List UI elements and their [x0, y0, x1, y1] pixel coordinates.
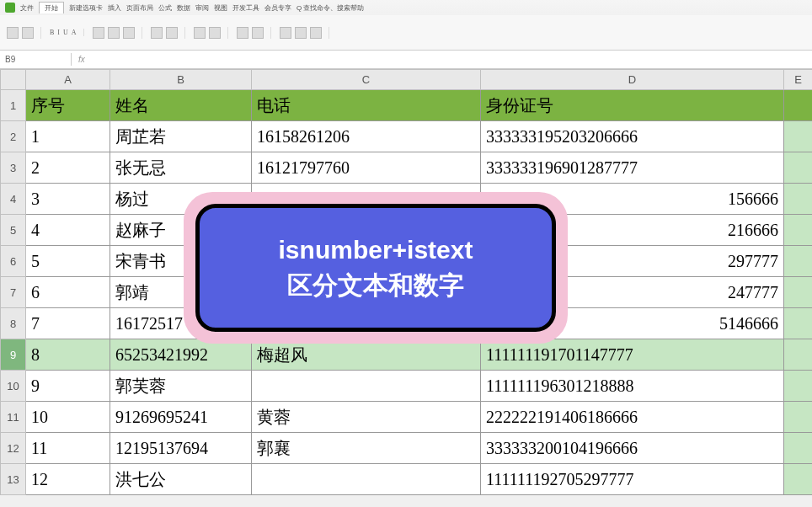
currency-icon[interactable] [209, 27, 221, 39]
row-header[interactable]: 5 [1, 215, 26, 246]
cell-c[interactable]: 16158261206 [252, 121, 481, 152]
tab-view[interactable]: 视图 [214, 3, 227, 13]
cell-a[interactable]: 3 [26, 184, 110, 215]
cell-b[interactable]: 12195137694 [110, 433, 252, 464]
cell-b[interactable]: 姓名 [110, 90, 252, 121]
cell-c[interactable]: 郭襄 [252, 433, 481, 464]
cell-a[interactable]: 7 [26, 308, 110, 339]
bold-button[interactable]: B [50, 29, 54, 36]
cell-e[interactable] [784, 339, 813, 371]
cell-d[interactable]: 111111191701147777 [481, 339, 784, 371]
cell-e[interactable] [784, 371, 813, 402]
cell-c[interactable]: 黄蓉 [252, 402, 481, 433]
cell-a[interactable]: 1 [26, 121, 110, 152]
cell-d[interactable]: 333333196901287777 [481, 152, 784, 184]
col-header-a[interactable]: A [26, 70, 110, 90]
cell-c[interactable]: 电话 [252, 90, 481, 121]
tab-data[interactable]: 数据 [177, 3, 190, 13]
cell-d[interactable]: 222222191406186666 [481, 402, 784, 433]
cell-e[interactable] [784, 464, 813, 495]
row-header[interactable]: 1 [1, 90, 26, 121]
align-left-icon[interactable] [93, 27, 104, 39]
cell-e[interactable] [784, 121, 813, 152]
cut-icon[interactable] [22, 27, 34, 39]
cell-c[interactable] [252, 464, 481, 495]
cell-b[interactable]: 郭芙蓉 [110, 371, 252, 402]
fx-icon[interactable]: fx [72, 55, 92, 64]
cell-d[interactable]: 111111192705297777 [481, 464, 784, 495]
col-header-e[interactable]: E [784, 70, 813, 90]
tab-file[interactable]: 文件 [20, 3, 34, 13]
cell-e[interactable] [784, 152, 813, 184]
table-fmt-icon[interactable] [252, 27, 264, 39]
col-header-c[interactable]: C [252, 70, 481, 90]
font-color-button[interactable]: A [72, 29, 77, 36]
col-header-b[interactable]: B [110, 70, 252, 90]
tab-insert[interactable]: 插入 [108, 3, 121, 13]
cell-d[interactable]: 身份证号 [481, 90, 784, 121]
cell-b[interactable]: 65253421992 [110, 339, 252, 371]
cell-e[interactable] [784, 277, 813, 308]
cell-e[interactable] [784, 308, 813, 339]
tab-new[interactable]: 新建选项卡 [69, 3, 103, 13]
cell-c[interactable] [252, 371, 481, 402]
sort-icon[interactable] [295, 27, 307, 39]
row-header[interactable]: 2 [1, 121, 26, 152]
cell-e[interactable] [784, 402, 813, 433]
name-box[interactable]: B9 [0, 53, 72, 66]
align-center-icon[interactable] [108, 27, 120, 39]
cell-d[interactable]: 333333200104196666 [481, 433, 784, 464]
cell-e[interactable] [784, 90, 813, 121]
cell-c[interactable]: 梅超风 [252, 339, 481, 371]
row-header[interactable]: 9 [1, 339, 26, 371]
wrap-icon[interactable] [166, 27, 178, 39]
tab-layout[interactable]: 页面布局 [126, 3, 153, 13]
tab-dev[interactable]: 开发工具 [232, 3, 259, 13]
cell-a[interactable]: 2 [26, 152, 110, 184]
sum-icon[interactable] [280, 27, 291, 39]
cell-a[interactable]: 6 [26, 277, 110, 308]
row-header[interactable]: 4 [1, 184, 26, 215]
filter-icon[interactable] [310, 27, 322, 39]
cell-b[interactable]: 张无忌 [110, 152, 252, 184]
cell-d[interactable]: 111111196301218888 [481, 371, 784, 402]
cell-c[interactable]: 16121797760 [252, 152, 481, 184]
merge-icon[interactable] [151, 27, 163, 39]
cell-e[interactable] [784, 184, 813, 215]
tab-vip[interactable]: 会员专享 [264, 3, 291, 13]
cell-a[interactable]: 10 [26, 402, 110, 433]
row-header[interactable]: 6 [1, 246, 26, 277]
row-header[interactable]: 3 [1, 152, 26, 184]
align-right-icon[interactable] [123, 27, 135, 39]
col-header-d[interactable]: D [481, 70, 784, 90]
row-header[interactable]: 8 [1, 308, 26, 339]
cell-e[interactable] [784, 215, 813, 246]
tab-home[interactable]: 开始 [39, 2, 64, 13]
underline-button[interactable]: U [63, 29, 68, 36]
cell-b[interactable]: 91269695241 [110, 402, 252, 433]
tab-formula[interactable]: 公式 [158, 3, 172, 13]
cell-e[interactable] [784, 246, 813, 277]
italic-button[interactable]: I [57, 29, 60, 36]
select-all-corner[interactable] [1, 70, 26, 90]
cell-a[interactable]: 11 [26, 433, 110, 464]
row-header[interactable]: 13 [1, 464, 26, 495]
row-header[interactable]: 11 [1, 402, 26, 433]
paste-icon[interactable] [7, 27, 19, 39]
cell-a[interactable]: 12 [26, 464, 110, 495]
cell-e[interactable] [784, 433, 813, 464]
cell-a[interactable]: 8 [26, 339, 110, 371]
row-header[interactable]: 10 [1, 371, 26, 402]
tab-review[interactable]: 审阅 [195, 3, 209, 13]
cell-b[interactable]: 周芷若 [110, 121, 252, 152]
cell-a[interactable]: 序号 [26, 90, 110, 121]
cell-b[interactable]: 洪七公 [110, 464, 252, 495]
cell-a[interactable]: 9 [26, 371, 110, 402]
row-header[interactable]: 7 [1, 277, 26, 308]
cell-a[interactable]: 4 [26, 215, 110, 246]
conditional-fmt-icon[interactable] [237, 27, 248, 39]
search-box[interactable]: Q 查找命令、搜索帮助 [296, 3, 364, 13]
format-icon[interactable] [194, 27, 206, 39]
cell-a[interactable]: 5 [26, 246, 110, 277]
cell-d[interactable]: 333333195203206666 [481, 121, 784, 152]
